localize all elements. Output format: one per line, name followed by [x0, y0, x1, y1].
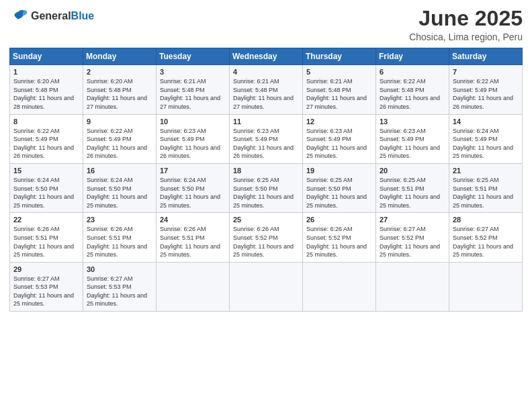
day-number: 21	[453, 167, 519, 175]
day-number: 10	[160, 118, 226, 126]
day-info: Sunrise: 6:22 AM Sunset: 5:49 PM Dayligh…	[453, 77, 519, 111]
day-info: Sunrise: 6:22 AM Sunset: 5:49 PM Dayligh…	[13, 127, 79, 161]
calendar-cell: 15 Sunrise: 6:24 AM Sunset: 5:50 PM Dayl…	[10, 163, 83, 212]
day-info: Sunrise: 6:26 AM Sunset: 5:52 PM Dayligh…	[306, 225, 372, 259]
calendar-cell: 16 Sunrise: 6:24 AM Sunset: 5:50 PM Dayl…	[83, 163, 157, 212]
day-number: 20	[380, 167, 445, 175]
calendar-header-row: Sunday Monday Tuesday Wednesday Thursday…	[10, 48, 523, 65]
day-info: Sunrise: 6:23 AM Sunset: 5:49 PM Dayligh…	[380, 127, 445, 161]
calendar-cell: 11 Sunrise: 6:23 AM Sunset: 5:49 PM Dayl…	[230, 114, 303, 163]
calendar-cell: 14 Sunrise: 6:24 AM Sunset: 5:49 PM Dayl…	[449, 114, 523, 163]
day-number: 29	[13, 265, 79, 273]
calendar-cell	[449, 262, 523, 311]
logo-general: General	[31, 10, 71, 21]
day-info: Sunrise: 6:23 AM Sunset: 5:49 PM Dayligh…	[160, 127, 226, 161]
day-info: Sunrise: 6:26 AM Sunset: 5:51 PM Dayligh…	[87, 225, 152, 259]
calendar-cell: 30 Sunrise: 6:27 AM Sunset: 5:53 PM Dayl…	[83, 262, 157, 311]
day-info: Sunrise: 6:24 AM Sunset: 5:50 PM Dayligh…	[160, 176, 226, 210]
day-number: 18	[233, 167, 299, 175]
day-number: 17	[160, 167, 226, 175]
day-number: 26	[306, 216, 372, 224]
day-number: 30	[87, 265, 152, 273]
title-block: June 2025 Chosica, Lima region, Peru	[409, 7, 523, 42]
day-info: Sunrise: 6:27 AM Sunset: 5:52 PM Dayligh…	[380, 225, 445, 259]
calendar-cell: 19 Sunrise: 6:25 AM Sunset: 5:50 PM Dayl…	[303, 163, 376, 212]
header: GeneralBlue June 2025 Chosica, Lima regi…	[9, 7, 523, 42]
day-number: 12	[306, 118, 372, 126]
calendar-cell: 20 Sunrise: 6:25 AM Sunset: 5:51 PM Dayl…	[376, 163, 449, 212]
calendar-cell: 22 Sunrise: 6:26 AM Sunset: 5:51 PM Dayl…	[10, 213, 83, 262]
day-info: Sunrise: 6:25 AM Sunset: 5:51 PM Dayligh…	[380, 176, 445, 210]
calendar-subtitle: Chosica, Lima region, Peru	[409, 32, 523, 42]
day-number: 14	[453, 118, 519, 126]
day-number: 15	[13, 167, 79, 175]
calendar-week-1: 1 Sunrise: 6:20 AM Sunset: 5:48 PM Dayli…	[10, 65, 523, 114]
calendar-cell: 23 Sunrise: 6:26 AM Sunset: 5:51 PM Dayl…	[83, 213, 157, 262]
day-info: Sunrise: 6:24 AM Sunset: 5:50 PM Dayligh…	[13, 176, 79, 210]
col-thursday: Thursday	[303, 48, 376, 65]
logo-blue: Blue	[71, 10, 95, 21]
day-info: Sunrise: 6:20 AM Sunset: 5:48 PM Dayligh…	[13, 77, 79, 111]
day-number: 5	[306, 68, 372, 76]
calendar-cell: 28 Sunrise: 6:27 AM Sunset: 5:52 PM Dayl…	[449, 213, 523, 262]
calendar-cell	[157, 262, 230, 311]
calendar-cell: 17 Sunrise: 6:24 AM Sunset: 5:50 PM Dayl…	[157, 163, 230, 212]
col-tuesday: Tuesday	[157, 48, 230, 65]
col-friday: Friday	[376, 48, 449, 65]
day-number: 11	[233, 118, 299, 126]
day-info: Sunrise: 6:25 AM Sunset: 5:50 PM Dayligh…	[233, 176, 299, 210]
day-number: 8	[13, 118, 79, 126]
col-sunday: Sunday	[10, 48, 83, 65]
calendar-cell: 25 Sunrise: 6:26 AM Sunset: 5:52 PM Dayl…	[230, 213, 303, 262]
day-number: 28	[453, 216, 519, 224]
col-saturday: Saturday	[449, 48, 523, 65]
day-number: 22	[13, 216, 79, 224]
calendar-cell: 8 Sunrise: 6:22 AM Sunset: 5:49 PM Dayli…	[10, 114, 83, 163]
calendar-week-4: 22 Sunrise: 6:26 AM Sunset: 5:51 PM Dayl…	[10, 213, 523, 262]
day-number: 25	[233, 216, 299, 224]
day-info: Sunrise: 6:22 AM Sunset: 5:48 PM Dayligh…	[380, 77, 445, 111]
calendar-cell: 24 Sunrise: 6:26 AM Sunset: 5:51 PM Dayl…	[157, 213, 230, 262]
day-info: Sunrise: 6:26 AM Sunset: 5:51 PM Dayligh…	[13, 225, 79, 259]
page: GeneralBlue June 2025 Chosica, Lima regi…	[0, 0, 532, 411]
logo-text: GeneralBlue	[31, 10, 94, 22]
col-monday: Monday	[83, 48, 157, 65]
day-number: 4	[233, 68, 299, 76]
calendar-cell: 13 Sunrise: 6:23 AM Sunset: 5:49 PM Dayl…	[376, 114, 449, 163]
day-info: Sunrise: 6:27 AM Sunset: 5:53 PM Dayligh…	[87, 275, 152, 308]
day-number: 24	[160, 216, 226, 224]
day-number: 6	[380, 68, 445, 76]
calendar-cell	[230, 262, 303, 311]
calendar-cell: 3 Sunrise: 6:21 AM Sunset: 5:48 PM Dayli…	[157, 65, 230, 114]
day-info: Sunrise: 6:20 AM Sunset: 5:48 PM Dayligh…	[87, 77, 152, 111]
day-number: 1	[13, 68, 79, 76]
calendar-cell: 1 Sunrise: 6:20 AM Sunset: 5:48 PM Dayli…	[10, 65, 83, 114]
day-info: Sunrise: 6:22 AM Sunset: 5:49 PM Dayligh…	[87, 127, 152, 161]
day-number: 19	[306, 167, 372, 175]
calendar-cell: 4 Sunrise: 6:21 AM Sunset: 5:48 PM Dayli…	[230, 65, 303, 114]
day-info: Sunrise: 6:23 AM Sunset: 5:49 PM Dayligh…	[306, 127, 372, 161]
calendar-cell: 2 Sunrise: 6:20 AM Sunset: 5:48 PM Dayli…	[83, 65, 157, 114]
day-info: Sunrise: 6:21 AM Sunset: 5:48 PM Dayligh…	[160, 77, 226, 111]
calendar-week-2: 8 Sunrise: 6:22 AM Sunset: 5:49 PM Dayli…	[10, 114, 523, 163]
day-info: Sunrise: 6:21 AM Sunset: 5:48 PM Dayligh…	[233, 77, 299, 111]
calendar-cell: 27 Sunrise: 6:27 AM Sunset: 5:52 PM Dayl…	[376, 213, 449, 262]
day-number: 16	[87, 167, 152, 175]
day-info: Sunrise: 6:25 AM Sunset: 5:50 PM Dayligh…	[306, 176, 372, 210]
calendar-cell: 29 Sunrise: 6:27 AM Sunset: 5:53 PM Dayl…	[10, 262, 83, 311]
day-number: 3	[160, 68, 226, 76]
logo: GeneralBlue	[9, 7, 94, 26]
calendar-table: Sunday Monday Tuesday Wednesday Thursday…	[9, 48, 523, 312]
calendar-cell: 12 Sunrise: 6:23 AM Sunset: 5:49 PM Dayl…	[303, 114, 376, 163]
day-info: Sunrise: 6:26 AM Sunset: 5:51 PM Dayligh…	[160, 225, 226, 259]
day-number: 13	[380, 118, 445, 126]
day-number: 23	[87, 216, 152, 224]
day-number: 9	[87, 118, 152, 126]
day-info: Sunrise: 6:23 AM Sunset: 5:49 PM Dayligh…	[233, 127, 299, 161]
day-info: Sunrise: 6:25 AM Sunset: 5:51 PM Dayligh…	[453, 176, 519, 210]
day-number: 2	[87, 68, 152, 76]
calendar-cell	[303, 262, 376, 311]
calendar-cell: 21 Sunrise: 6:25 AM Sunset: 5:51 PM Dayl…	[449, 163, 523, 212]
calendar-cell: 10 Sunrise: 6:23 AM Sunset: 5:49 PM Dayl…	[157, 114, 230, 163]
calendar-cell: 7 Sunrise: 6:22 AM Sunset: 5:49 PM Dayli…	[449, 65, 523, 114]
